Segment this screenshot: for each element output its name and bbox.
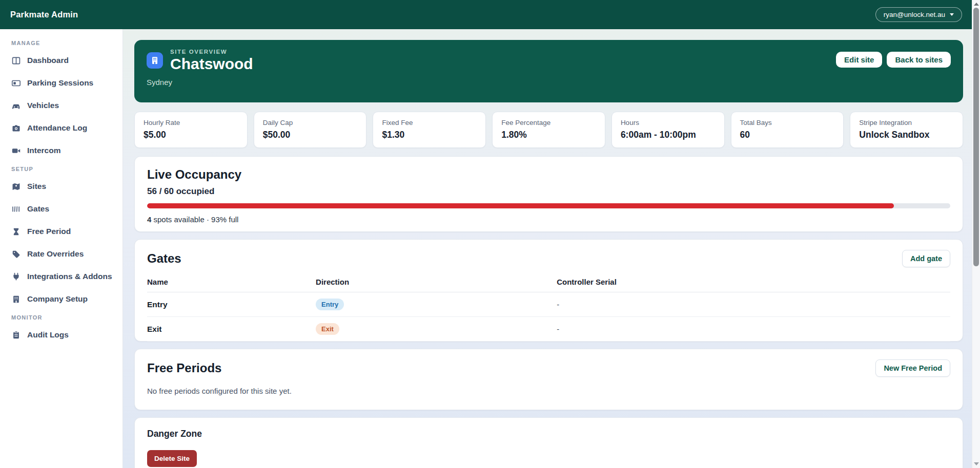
sidebar-item-label: Integrations & Addons xyxy=(27,272,112,281)
sidebar-item-label: Rate Overrides xyxy=(27,249,84,259)
stat-label: Hours xyxy=(621,119,716,126)
sidebar: MANAGEDashboardParking SessionsVehiclesA… xyxy=(0,29,123,468)
sidebar-item-vehicles[interactable]: Vehicles xyxy=(0,94,122,117)
chevron-down-icon xyxy=(950,13,954,16)
new-free-period-button[interactable]: New Free Period xyxy=(875,359,950,377)
sidebar-item-sites[interactable]: Sites xyxy=(0,175,122,198)
building-icon xyxy=(11,294,21,304)
back-to-sites-button[interactable]: Back to sites xyxy=(887,52,951,68)
user-menu-button[interactable]: ryan@unlock.net.au xyxy=(875,7,962,22)
scroll-down-arrow-icon[interactable] xyxy=(974,462,979,465)
stat-label: Hourly Rate xyxy=(144,119,238,126)
sidebar-item-label: Gates xyxy=(27,204,49,214)
occupancy-title: Live Occupancy xyxy=(147,167,950,182)
fence-icon xyxy=(11,204,21,214)
stat-card-stripe-integration: Stripe IntegrationUnlock Sandbox xyxy=(850,112,963,148)
edit-site-button[interactable]: Edit site xyxy=(836,52,882,68)
occupancy-progress-bar xyxy=(147,203,894,208)
gate-name: Entry xyxy=(147,292,316,317)
stat-value: $50.00 xyxy=(263,130,358,140)
sidebar-item-label: Free Period xyxy=(27,227,71,236)
sidebar-item-free-period[interactable]: Free Period xyxy=(0,220,122,243)
sidebar-item-label: Intercom xyxy=(27,146,60,155)
scrollbar-thumb[interactable] xyxy=(973,8,979,266)
sidebar-item-label: Attendance Log xyxy=(27,123,87,133)
stat-card-hours: Hours6:00am - 10:00pm xyxy=(611,112,725,148)
occupancy-summary: 56 / 60 occupied xyxy=(147,186,950,197)
sidebar-item-audit-logs[interactable]: Audit Logs xyxy=(0,324,122,346)
sidebar-section-label: MONITOR xyxy=(0,310,122,324)
scroll-up-arrow-icon[interactable] xyxy=(974,3,979,6)
site-overview-eyebrow: SITE OVERVIEW xyxy=(170,49,253,55)
sidebar-item-parking-sessions[interactable]: Parking Sessions xyxy=(0,72,122,94)
column-header-name: Name xyxy=(147,273,316,292)
stat-label: Fee Percentage xyxy=(501,119,596,126)
site-title: Chatswood xyxy=(170,55,253,72)
sidebar-item-intercom[interactable]: Intercom xyxy=(0,139,122,162)
free-periods-card: Free Periods New Free Period No free per… xyxy=(134,349,963,410)
top-bar: Parkmate Admin ryan@unlock.net.au xyxy=(0,0,972,29)
site-building-icon xyxy=(147,52,163,69)
main-content: SITE OVERVIEW Chatswood Edit site Back t… xyxy=(123,29,972,468)
controller-serial: - xyxy=(557,292,950,317)
stat-value: 1.80% xyxy=(501,130,596,140)
direction-badge: Entry xyxy=(316,299,344,310)
site-subtitle: Sydney xyxy=(147,78,951,87)
sidebar-section-label: MANAGE xyxy=(0,36,122,49)
hourglass-icon xyxy=(11,227,21,237)
occupancy-caption: 4 spots available · 93% full xyxy=(147,215,950,224)
direction-badge: Exit xyxy=(316,323,339,335)
gates-table: NameDirectionController Serial EntryEntr… xyxy=(147,273,950,342)
sidebar-item-attendance-log[interactable]: Attendance Log xyxy=(0,117,122,139)
sidebar-item-integrations-addons[interactable]: Integrations & Addons xyxy=(0,265,122,288)
stat-card-fixed-fee: Fixed Fee$1.30 xyxy=(373,112,486,148)
map-icon xyxy=(11,182,21,192)
occupancy-progress-track xyxy=(147,203,950,208)
table-header-row: NameDirectionController Serial xyxy=(147,273,950,292)
site-stats-row: Hourly Rate$5.00Daily Cap$50.00Fixed Fee… xyxy=(134,112,963,148)
column-header-controller-serial: Controller Serial xyxy=(557,273,950,292)
sidebar-item-label: Dashboard xyxy=(27,56,69,65)
table-row: ExitExit- xyxy=(147,317,950,342)
scrollbar[interactable] xyxy=(972,0,980,468)
stat-label: Stripe Integration xyxy=(859,119,954,126)
clipboard-icon xyxy=(11,330,21,340)
stat-label: Fixed Fee xyxy=(382,119,477,126)
sidebar-section-label: SETUP xyxy=(0,162,122,175)
stat-value: 6:00am - 10:00pm xyxy=(621,130,716,140)
sidebar-item-rate-overrides[interactable]: Rate Overrides xyxy=(0,243,122,265)
column-header-direction: Direction xyxy=(316,273,557,292)
table-row: EntryEntry- xyxy=(147,292,950,317)
stat-value: 60 xyxy=(740,130,835,140)
stat-value: $1.30 xyxy=(382,130,477,140)
camera-icon xyxy=(11,123,21,133)
gates-card: Gates Add gate NameDirectionController S… xyxy=(134,239,963,342)
sidebar-item-label: Audit Logs xyxy=(27,330,69,339)
plug-icon xyxy=(11,272,21,282)
video-camera-icon xyxy=(11,146,21,156)
user-email: ryan@unlock.net.au xyxy=(884,11,945,18)
live-occupancy-card: Live Occupancy 56 / 60 occupied 4 spots … xyxy=(134,156,963,232)
sidebar-item-dashboard[interactable]: Dashboard xyxy=(0,49,122,72)
stat-label: Daily Cap xyxy=(263,119,358,126)
gate-direction-cell: Exit xyxy=(316,317,557,342)
sidebar-item-gates[interactable]: Gates xyxy=(0,198,122,220)
car-icon xyxy=(11,101,21,111)
sidebar-item-company-setup[interactable]: Company Setup xyxy=(0,288,122,310)
stat-card-fee-percentage: Fee Percentage1.80% xyxy=(492,112,605,148)
danger-zone-title: Danger Zone xyxy=(147,429,950,439)
gates-title: Gates xyxy=(147,251,181,266)
add-gate-button[interactable]: Add gate xyxy=(902,250,950,267)
sidebar-item-label: Company Setup xyxy=(27,294,88,304)
site-overview-card: SITE OVERVIEW Chatswood Edit site Back t… xyxy=(134,40,963,102)
sidebar-item-label: Vehicles xyxy=(27,101,59,110)
stat-card-daily-cap: Daily Cap$50.00 xyxy=(254,112,367,148)
parking-sessions-icon xyxy=(11,78,21,88)
gate-direction-cell: Entry xyxy=(316,292,557,317)
dashboard-icon xyxy=(11,56,21,66)
sidebar-item-label: Parking Sessions xyxy=(27,78,93,88)
app-title: Parkmate Admin xyxy=(10,10,78,19)
free-periods-title: Free Periods xyxy=(147,361,221,375)
danger-zone-card: Danger Zone Delete Site xyxy=(134,417,963,468)
delete-site-button[interactable]: Delete Site xyxy=(147,450,197,467)
